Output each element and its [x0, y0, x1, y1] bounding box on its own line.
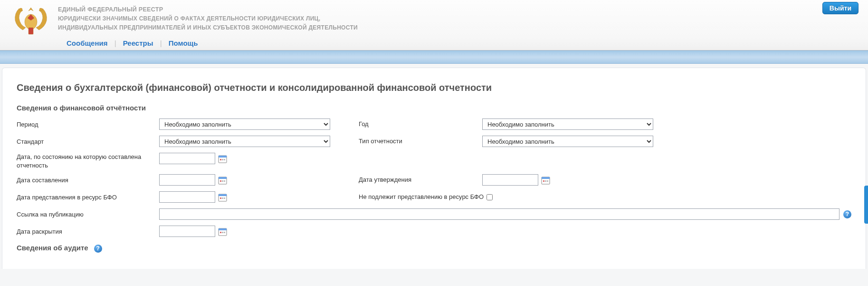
calendar-icon[interactable]: [218, 176, 227, 185]
blue-strip: [0, 50, 868, 64]
date-compiled-input[interactable]: [159, 174, 215, 186]
svg-rect-17: [545, 180, 546, 182]
svg-rect-1: [29, 28, 33, 34]
svg-point-3: [39, 8, 42, 11]
svg-rect-15: [542, 177, 550, 179]
date-bfo-input[interactable]: [159, 191, 215, 203]
date-approved-input[interactable]: [482, 174, 538, 186]
site-title-line3: индивидуальных предпринимателей и иных с…: [58, 23, 358, 32]
site-logo: [10, 4, 52, 37]
calendar-icon[interactable]: [218, 154, 227, 163]
calendar-icon[interactable]: [541, 176, 550, 185]
svg-rect-22: [222, 197, 223, 199]
not-bfo-label: Не подлежит представлению в ресурс БФО: [359, 191, 499, 200]
svg-rect-10: [219, 177, 227, 179]
svg-rect-26: [220, 232, 221, 233]
svg-rect-25: [219, 228, 227, 230]
period-label: Период: [17, 118, 159, 129]
svg-rect-5: [219, 156, 227, 158]
date-bfo-label: Дата представления в ресурс БФО: [17, 191, 159, 202]
date-state-label: Дата, по состоянию на которую составлена…: [17, 153, 159, 169]
logout-button[interactable]: Выйти: [822, 2, 858, 14]
report-type-label: Тип отчетности: [359, 136, 482, 145]
header: Единый федеральный реестр юридически зна…: [0, 0, 868, 50]
svg-rect-8: [224, 159, 225, 160]
date-compiled-label: Дата составления: [17, 174, 159, 185]
svg-rect-11: [220, 180, 221, 182]
nav-help[interactable]: Помощь: [164, 39, 203, 47]
svg-rect-12: [222, 180, 223, 182]
svg-rect-18: [547, 180, 548, 182]
date-disclosure-input[interactable]: [159, 226, 215, 237]
date-approved-label: Дата утверждения: [359, 174, 482, 183]
side-tab[interactable]: [864, 186, 868, 224]
section-audit: Сведения об аудите ?: [17, 244, 851, 253]
calendar-icon[interactable]: [218, 227, 227, 236]
standard-label: Стандарт: [17, 136, 159, 146]
svg-rect-23: [224, 197, 225, 199]
content: Сведения о бухгалтерской (финансовой) от…: [2, 68, 866, 269]
help-icon[interactable]: ?: [94, 245, 102, 253]
svg-rect-21: [220, 197, 221, 199]
pub-link-label: Ссылка на публикацию: [17, 208, 159, 219]
site-title-line1: Единый федеральный реестр: [58, 5, 358, 14]
help-icon[interactable]: ?: [843, 210, 851, 218]
section-financial: Сведения о финансовой отчётности: [17, 104, 851, 112]
svg-rect-16: [543, 180, 544, 182]
nav-registries[interactable]: Реестры: [118, 39, 158, 47]
year-label: Год: [359, 118, 482, 128]
svg-rect-28: [224, 232, 225, 233]
period-select[interactable]: Необходимо заполнить: [159, 118, 330, 130]
svg-rect-27: [222, 232, 223, 233]
svg-rect-7: [222, 159, 223, 160]
nav-messages[interactable]: Сообщения: [62, 39, 112, 47]
report-type-select[interactable]: Необходимо заполнить: [482, 136, 653, 147]
svg-rect-20: [219, 194, 227, 196]
site-title-line2: юридически значимых сведений о фактах де…: [58, 14, 358, 23]
pub-link-input[interactable]: [159, 208, 839, 220]
svg-rect-13: [224, 180, 225, 182]
main-nav: Сообщения | Реестры | Помощь: [0, 37, 868, 50]
site-title-block: Единый федеральный реестр юридически зна…: [58, 4, 358, 32]
page-title: Сведения о бухгалтерской (финансовой) от…: [17, 82, 851, 93]
not-bfo-checkbox[interactable]: [486, 194, 493, 200]
calendar-icon[interactable]: [218, 193, 227, 202]
year-select[interactable]: Необходимо заполнить: [482, 118, 653, 130]
svg-rect-6: [220, 159, 221, 160]
date-state-input[interactable]: [159, 153, 215, 164]
standard-select[interactable]: Необходимо заполнить: [159, 136, 330, 147]
date-disclosure-label: Дата раскрытия: [17, 226, 159, 236]
svg-point-2: [19, 8, 22, 11]
